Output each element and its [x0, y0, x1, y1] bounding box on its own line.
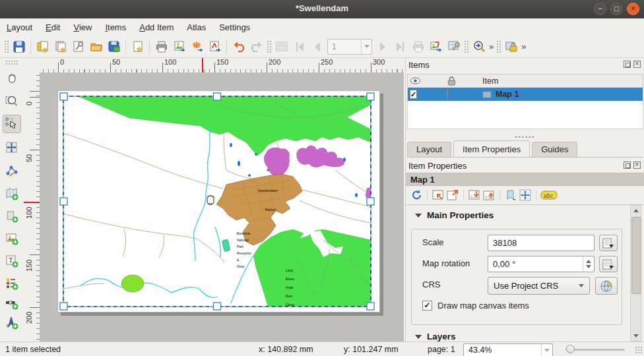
main-properties-section[interactable]: Main Properties — [415, 210, 494, 220]
toolbar-grip[interactable] — [4, 40, 9, 53]
zoom-level-combobox[interactable]: 43.4% — [463, 343, 553, 356]
tab-item-properties[interactable]: Item Properties — [453, 140, 530, 157]
draw-canvas-items-checkbox[interactable]: ✓ — [422, 301, 432, 311]
save-project-button[interactable] — [10, 38, 28, 55]
bookmark-extent-icon[interactable] — [504, 189, 517, 202]
menu-atlas[interactable]: Atlas — [180, 20, 212, 35]
layout-canvas[interactable]: Swellendam Railton Bontebok National Par… — [40, 73, 404, 341]
atlas-page-dropdown[interactable] — [361, 40, 371, 54]
spin-arrows[interactable] — [583, 256, 594, 272]
map-rotation-spinbox[interactable]: 0,00 ° — [488, 256, 595, 272]
select-move-item-tool[interactable] — [3, 115, 21, 133]
selection-handle[interactable] — [60, 303, 67, 310]
zoom-in-button[interactable] — [470, 38, 488, 55]
selection-handle[interactable] — [214, 93, 221, 100]
lock-toolbar-overflow[interactable]: » — [520, 42, 527, 51]
save-as-template-button[interactable] — [105, 38, 123, 55]
export-svg-button[interactable] — [188, 38, 206, 55]
set-scale-from-canvas-icon[interactable]: 1:23 — [468, 189, 481, 202]
selection-handle[interactable] — [367, 303, 374, 310]
maximize-button[interactable]: □ — [610, 3, 623, 15]
item-properties-float-button[interactable] — [624, 162, 631, 169]
add-picture-tool[interactable] — [3, 229, 21, 248]
more-tools-overflow[interactable]: » — [5, 324, 13, 328]
scrollbar-thumb[interactable] — [631, 217, 641, 294]
next-feature-button[interactable] — [373, 38, 391, 55]
close-button[interactable]: × — [627, 3, 639, 15]
menu-layout[interactable]: Layout — [0, 20, 39, 35]
crs-select-button[interactable] — [595, 277, 618, 295]
redo-button[interactable] — [247, 38, 265, 55]
toolbox-grip[interactable] — [5, 60, 18, 65]
selection-handle[interactable] — [367, 198, 374, 205]
pan-tool[interactable] — [3, 69, 21, 87]
draw-canvas-items-row[interactable]: ✓ Draw map canvas items — [422, 301, 529, 311]
add-legend-tool[interactable] — [3, 274, 21, 293]
first-feature-button[interactable] — [290, 38, 308, 55]
set-extent-from-canvas-icon[interactable] — [432, 189, 445, 202]
tab-layout[interactable]: Layout — [407, 142, 451, 157]
add-scalebar-tool[interactable] — [3, 294, 21, 312]
tab-guides[interactable]: Guides — [532, 142, 577, 157]
resize-grip[interactable] — [635, 346, 643, 354]
print-atlas-button[interactable] — [409, 38, 427, 55]
zoom-slider-handle[interactable] — [566, 345, 575, 353]
rotation-data-defined-button[interactable] — [599, 256, 618, 272]
move-content-icon[interactable] — [519, 189, 532, 202]
preview-atlas-button[interactable] — [273, 38, 290, 55]
menu-add-item[interactable]: Add Item — [133, 20, 180, 35]
new-layout-button[interactable] — [34, 38, 51, 55]
minimize-button[interactable]: − — [594, 3, 606, 15]
print-button[interactable] — [152, 38, 170, 55]
items-float-button[interactable] — [624, 61, 631, 68]
zoom-tool[interactable] — [3, 92, 21, 111]
visibility-checkbox[interactable]: ✓ — [410, 90, 417, 99]
label-settings-icon[interactable]: abc — [540, 190, 558, 200]
duplicate-layout-button[interactable] — [51, 38, 69, 55]
export-atlas-button[interactable] — [427, 38, 445, 55]
scroll-down-icon[interactable] — [631, 331, 641, 341]
selection-handle[interactable] — [60, 93, 67, 100]
layers-section[interactable]: Layers — [415, 332, 456, 341]
add-label-tool[interactable]: T — [3, 252, 21, 270]
view-extent-in-canvas-icon[interactable] — [446, 189, 459, 202]
atlas-page-spinbox[interactable]: 1 — [327, 39, 372, 55]
titlebar[interactable]: *Swellendam − □ × — [0, 0, 644, 19]
items-row-map1[interactable]: ✓ Map 1 — [408, 88, 643, 101]
selection-handle[interactable] — [214, 303, 221, 310]
move-item-content-tool[interactable] — [3, 138, 21, 157]
layout-page[interactable]: Swellendam Railton Bontebok National Par… — [57, 90, 380, 312]
items-close-button[interactable] — [633, 61, 641, 68]
add-items-from-template-button[interactable] — [129, 38, 146, 55]
set-canvas-scale-icon[interactable]: 1:23 — [482, 189, 496, 202]
previous-feature-button[interactable] — [308, 38, 326, 55]
layout-manager-button[interactable] — [69, 38, 87, 55]
menu-edit[interactable]: Edit — [39, 20, 67, 35]
selection-handle[interactable] — [367, 93, 374, 100]
lock-checkbox[interactable] — [447, 90, 448, 99]
export-pdf-button[interactable] — [206, 38, 224, 55]
scale-input[interactable]: 38108 — [488, 235, 595, 251]
add-map-tool[interactable] — [3, 185, 21, 203]
zoom-toolbar-overflow[interactable]: » — [488, 42, 495, 51]
scroll-up-icon[interactable] — [631, 206, 641, 216]
menu-items[interactable]: Items — [98, 20, 133, 35]
zoom-combo-arrow-icon[interactable] — [541, 344, 552, 356]
undo-button[interactable] — [230, 38, 247, 55]
scale-data-defined-button[interactable] — [599, 235, 618, 251]
refresh-icon[interactable] — [410, 189, 423, 202]
open-layout-button[interactable] — [87, 38, 105, 55]
export-image-button[interactable] — [170, 38, 188, 55]
menu-settings[interactable]: Settings — [212, 20, 257, 35]
lock-items-button[interactable] — [502, 38, 520, 55]
last-feature-button[interactable] — [391, 38, 409, 55]
atlas-settings-button[interactable] — [445, 38, 463, 55]
selection-handle[interactable] — [60, 198, 67, 205]
add-3d-map-tool[interactable] — [3, 207, 21, 225]
crs-combobox[interactable]: Use Project CRS — [488, 277, 590, 295]
item-properties-close-button[interactable] — [633, 162, 641, 169]
properties-scrollbar[interactable] — [630, 205, 641, 341]
map-item[interactable]: Swellendam Railton Bontebok National Par… — [58, 91, 379, 312]
panel-splitter[interactable]: •••••• — [406, 134, 644, 140]
edit-nodes-item-tool[interactable] — [3, 162, 21, 181]
